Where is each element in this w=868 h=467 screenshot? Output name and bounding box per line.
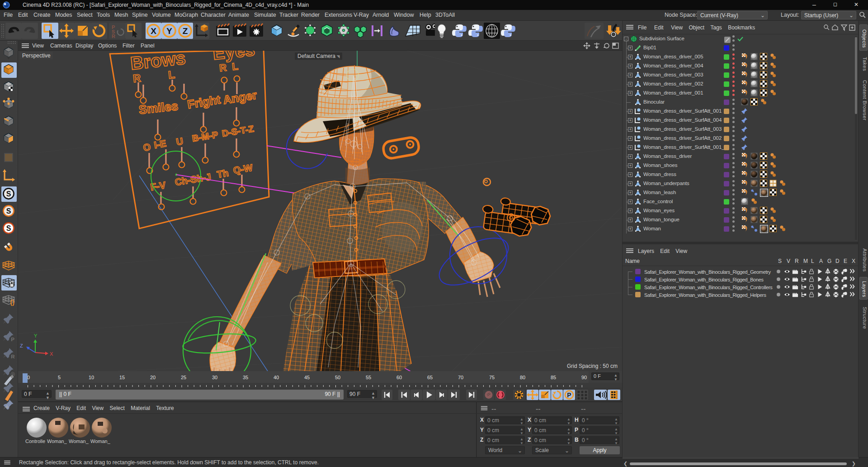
svg-text:F-V: F-V xyxy=(150,180,166,192)
svg-text:Smiles: Smiles xyxy=(138,99,179,117)
svg-text:Anger: Anger xyxy=(222,88,258,107)
svg-text:U: U xyxy=(175,136,184,147)
svg-text:L: L xyxy=(168,68,175,81)
svg-text:R: R xyxy=(112,33,115,39)
svg-text:Y: Y xyxy=(34,333,38,338)
svg-text:Z: Z xyxy=(183,26,188,36)
svg-text:S: S xyxy=(6,207,11,215)
svg-text:Q-W: Q-W xyxy=(232,162,253,175)
svg-text:O: O xyxy=(142,141,151,152)
svg-text:Th: Th xyxy=(216,167,229,180)
svg-text:R: R xyxy=(11,354,15,359)
svg-text:L: L xyxy=(231,61,239,72)
svg-text:X: X xyxy=(151,26,156,36)
svg-text:R: R xyxy=(132,71,142,85)
svg-text:S: S xyxy=(6,224,11,232)
svg-text:Fright: Fright xyxy=(186,93,222,111)
svg-text:Y: Y xyxy=(166,26,172,36)
svg-text:X: X xyxy=(50,351,53,357)
svg-text:S: S xyxy=(6,190,11,198)
svg-text:Brows: Brows xyxy=(129,51,186,73)
svg-text:Z: Z xyxy=(20,343,23,348)
svg-text:P: P xyxy=(567,391,571,399)
svg-text:(): () xyxy=(10,299,15,306)
svg-text:R: R xyxy=(219,62,227,74)
svg-text:P: P xyxy=(11,337,14,342)
